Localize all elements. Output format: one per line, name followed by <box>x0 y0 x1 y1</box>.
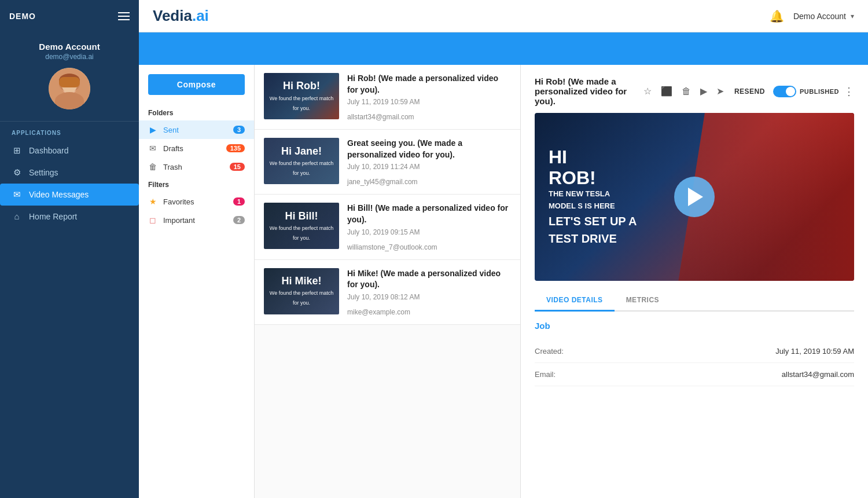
detail-field-email: Email: allstart34@gmail.com <box>535 363 854 386</box>
main-content: Vedia.ai 🔔 Demo Account ▾ Compose Folder… <box>139 0 868 498</box>
folder-panel: Compose Folders ▶ Sent 3 ✉ Drafts 135 🗑 … <box>139 65 255 498</box>
message-list: Hi Rob! We found the perfect match for y… <box>255 65 521 498</box>
star-button[interactable]: ☆ <box>641 83 654 99</box>
detail-title: Hi Rob! (We made a personalized video fo… <box>535 76 641 106</box>
published-toggle[interactable]: PUBLISHED <box>773 86 839 97</box>
video-preview: HI ROB! THE NEW TESLA MODEL S IS HERE LE… <box>535 113 854 281</box>
play-triangle-icon <box>688 188 703 206</box>
notifications-icon[interactable]: 🔔 <box>770 9 784 23</box>
sent-badge: 3 <box>233 126 245 134</box>
sidebar-header: DEMO <box>0 0 139 32</box>
video-sub2-text: MODEL S IS HERE <box>549 202 637 211</box>
sidebar-item-label: Dashboard <box>29 146 69 155</box>
sidebar-item-home-report[interactable]: ⌂ Home Report <box>0 206 139 227</box>
thumb-label: Hi Rob! We found the perfect match for y… <box>264 77 339 115</box>
sent-icon: ▶ <box>148 125 157 134</box>
folder-item-sent[interactable]: ▶ Sent 3 <box>139 120 254 139</box>
message-info: Hi Rob! (We made a personalized video fo… <box>347 73 511 121</box>
folder-item-trash[interactable]: 🗑 Trash 15 <box>139 158 254 176</box>
favorites-icon: ★ <box>148 197 157 206</box>
drafts-icon: ✉ <box>148 144 157 153</box>
avatar <box>49 68 90 109</box>
tab-metrics[interactable]: METRICS <box>615 290 671 312</box>
detail-tabs: VIDEO DETAILS METRICS <box>535 290 854 312</box>
published-label: PUBLISHED <box>800 88 839 95</box>
video-sub5-text: TEST DRIVE <box>549 231 637 246</box>
topbar: Vedia.ai 🔔 Demo Account ▾ <box>139 0 868 32</box>
message-subject: Hi Bill! (We made a personalized video f… <box>347 203 511 225</box>
message-thumbnail: Hi Rob! We found the perfect match for y… <box>264 73 339 119</box>
message-thumbnail: Hi Mike! We found the perfect match for … <box>264 268 339 314</box>
archive-button[interactable]: ⬛ <box>659 83 675 99</box>
important-badge: 2 <box>233 216 245 224</box>
delete-button[interactable]: 🗑 <box>679 84 693 99</box>
trash-badge: 15 <box>230 163 245 171</box>
video-sub1-text: THE NEW TESLA <box>549 189 637 199</box>
hamburger-menu-button[interactable] <box>118 12 130 20</box>
message-email: allstart34@gmail.com <box>347 113 511 121</box>
compose-button[interactable]: Compose <box>148 74 245 95</box>
drafts-badge: 135 <box>226 144 245 152</box>
thumb-label: Hi Mike! We found the perfect match for … <box>264 272 339 310</box>
message-subject: Hi Mike! (We made a personalized video f… <box>347 268 511 291</box>
detail-field-created: Created: July 11, 2019 10:59 AM <box>535 340 854 363</box>
chevron-down-icon: ▾ <box>851 12 854 20</box>
message-subject: Hi Rob! (We made a personalized video fo… <box>347 73 511 96</box>
settings-icon: ⚙ <box>12 167 22 178</box>
content-area: Compose Folders ▶ Sent 3 ✉ Drafts 135 🗑 … <box>139 65 868 498</box>
profile-name: Demo Account <box>39 42 100 52</box>
sidebar-item-label: Settings <box>29 168 58 177</box>
topbar-right: 🔔 Demo Account ▾ <box>770 9 854 23</box>
video-text-overlay: HI ROB! THE NEW TESLA MODEL S IS HERE LE… <box>549 113 637 281</box>
message-item[interactable]: Hi Jane! We found the perfect match for … <box>255 130 520 195</box>
sidebar-item-dashboard[interactable]: ⊞ Dashboard <box>0 140 139 162</box>
message-date: July 11, 2019 10:59 AM <box>347 98 511 106</box>
video-sub4-text: LET'S SET UP A <box>549 214 637 229</box>
account-label: Demo Account <box>793 12 846 21</box>
tab-video-details[interactable]: VIDEO DETAILS <box>535 290 615 312</box>
folder-label: Trash <box>163 163 224 171</box>
trash-icon: 🗑 <box>148 162 157 171</box>
message-date: July 10, 2019 11:24 AM <box>347 163 511 171</box>
home-report-icon: ⌂ <box>12 211 22 221</box>
sidebar-item-video-messages[interactable]: ✉ Video Messages <box>0 184 139 206</box>
message-date: July 10, 2019 09:15 AM <box>347 228 511 236</box>
resend-button[interactable]: RESEND <box>731 85 768 98</box>
message-email: williamstone_7@outlook.com <box>347 243 511 251</box>
sidebar-item-label: Home Report <box>29 212 77 221</box>
message-item[interactable]: Hi Mike! We found the perfect match for … <box>255 260 520 325</box>
sidebar-profile: Demo Account demo@vedia.ai <box>0 32 139 122</box>
dashboard-icon: ⊞ <box>12 145 22 156</box>
detail-header: Hi Rob! (We made a personalized video fo… <box>535 76 854 106</box>
play-video-button[interactable] <box>674 177 715 217</box>
filter-item-important[interactable]: ◻ Important 2 <box>139 211 254 229</box>
important-icon: ◻ <box>148 215 157 225</box>
account-menu[interactable]: Demo Account ▾ <box>793 12 854 21</box>
blue-header-bar <box>139 32 868 65</box>
message-item[interactable]: Hi Bill! We found the perfect match for … <box>255 195 520 259</box>
toggle-switch[interactable] <box>773 86 796 97</box>
sidebar-item-label: Video Messages <box>29 190 89 199</box>
send-button[interactable]: ➤ <box>714 83 726 99</box>
message-date: July 10, 2019 08:12 AM <box>347 293 511 301</box>
message-info: Great seeing you. (We made a personalize… <box>347 138 511 186</box>
sidebar-item-settings[interactable]: ⚙ Settings <box>0 162 139 184</box>
filter-item-favorites[interactable]: ★ Favorites 1 <box>139 192 254 211</box>
svg-rect-5 <box>59 77 80 87</box>
email-label: Email: <box>535 370 556 379</box>
folder-label: Favorites <box>163 197 227 206</box>
message-email: mike@example.com <box>347 308 511 316</box>
profile-email: demo@vedia.ai <box>45 53 94 61</box>
video-name-text: ROB! <box>549 169 637 187</box>
folder-label: Sent <box>163 126 227 134</box>
play-button[interactable]: ▶ <box>698 83 709 99</box>
message-item[interactable]: Hi Rob! We found the perfect match for y… <box>255 65 520 130</box>
avatar-image <box>49 68 90 109</box>
message-info: Hi Mike! (We made a personalized video f… <box>347 268 511 316</box>
folder-item-drafts[interactable]: ✉ Drafts 135 <box>139 139 254 158</box>
more-options-button[interactable]: ⋮ <box>844 85 854 98</box>
thumb-label: Hi Bill! We found the perfect match for … <box>264 207 339 245</box>
svg-point-6 <box>57 97 82 109</box>
created-value: July 11, 2019 10:59 AM <box>775 347 854 356</box>
message-email: jane_tyl45@gmail.com <box>347 178 511 186</box>
